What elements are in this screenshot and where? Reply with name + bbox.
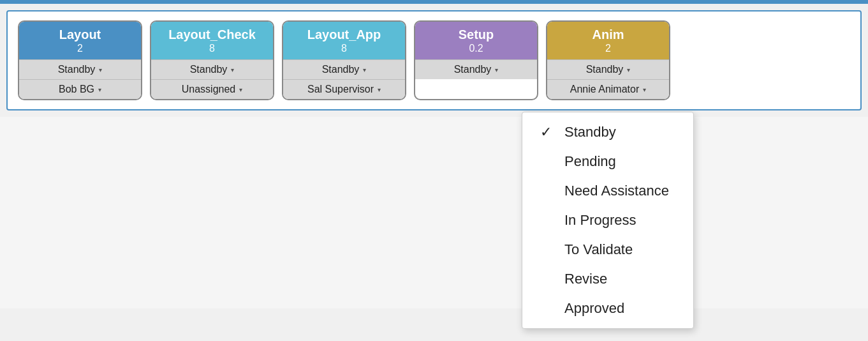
card-layout-assignee-arrow: ▾ — [98, 86, 101, 93]
card-setup-number: 0.2 — [422, 42, 531, 54]
card-layout-assignee[interactable]: Bob BG ▾ — [19, 79, 141, 99]
dropdown-item-revise[interactable]: Revise — [522, 264, 693, 294]
card-layout-check: Layout_Check 8 Standby ▾ Unassigned ▾ — [150, 20, 274, 100]
card-layout-check-header: Layout_Check 8 — [151, 22, 273, 59]
card-layout-app: Layout_App 8 Standby ▾ Sal Supervisor ▾ — [282, 20, 406, 100]
card-layout-check-status[interactable]: Standby ▾ — [151, 59, 273, 79]
card-layout-status-arrow: ▾ — [99, 66, 102, 73]
card-layout-status-label: Standby — [58, 64, 96, 75]
card-layout: Layout 2 Standby ▾ Bob BG ▾ — [18, 20, 142, 100]
card-layout-header: Layout 2 — [19, 22, 141, 59]
dropdown-item-pending[interactable]: Pending — [522, 147, 693, 176]
card-layout-app-assignee[interactable]: Sal Supervisor ▾ — [283, 79, 405, 99]
card-layout-assignee-label: Bob BG — [59, 84, 94, 95]
card-anim-number: 2 — [554, 42, 663, 54]
checkmark-icon: ✓ — [540, 124, 558, 140]
card-layout-check-number: 8 — [158, 42, 267, 54]
card-anim-title: Anim — [554, 27, 663, 42]
dropdown-item-label: Approved — [564, 300, 624, 317]
card-anim-status[interactable]: Standby ▾ — [547, 59, 669, 79]
card-anim-header: Anim 2 — [547, 22, 669, 59]
card-layout-app-header: Layout_App 8 — [283, 22, 405, 59]
card-layout-app-title: Layout_App — [290, 27, 399, 42]
dropdown-item-label: Pending — [564, 153, 616, 170]
card-anim-status-label: Standby — [586, 64, 624, 75]
card-anim-assignee-label: Annie Animator — [570, 84, 640, 95]
dropdown-item-approved[interactable]: Approved — [522, 294, 693, 323]
dropdown-item-in-progress[interactable]: In Progress — [522, 206, 693, 235]
dropdown-item-need-assistance[interactable]: Need Assistance — [522, 176, 693, 206]
card-layout-check-assignee[interactable]: Unassigned ▾ — [151, 79, 273, 99]
card-layout-status[interactable]: Standby ▾ — [19, 59, 141, 79]
card-setup-title: Setup — [422, 27, 531, 42]
dropdown-item-standby[interactable]: ✓Standby — [522, 117, 693, 147]
card-setup-status-label: Standby — [454, 64, 492, 75]
card-layout-app-status-arrow: ▾ — [363, 66, 366, 73]
card-anim-status-arrow: ▾ — [627, 66, 630, 73]
card-layout-app-number: 8 — [290, 42, 399, 54]
card-layout-app-status[interactable]: Standby ▾ — [283, 59, 405, 79]
card-layout-app-assignee-label: Sal Supervisor — [307, 84, 374, 95]
card-setup-header: Setup 0.2 — [415, 22, 537, 59]
lower-area — [0, 117, 868, 308]
card-layout-app-assignee-arrow: ▾ — [378, 86, 381, 93]
card-layout-check-assignee-arrow: ▾ — [239, 86, 242, 93]
dropdown-item-label: Need Assistance — [564, 183, 669, 199]
card-setup: Setup 0.2 Standby ▾ — [414, 20, 538, 100]
card-anim-assignee-arrow: ▾ — [643, 86, 646, 93]
card-layout-number: 2 — [26, 42, 135, 54]
cards-container: Layout 2 Standby ▾ Bob BG ▾ Layout_Check… — [6, 10, 862, 110]
card-layout-check-assignee-label: Unassigned — [182, 84, 236, 95]
status-dropdown-menu: ✓StandbyPendingNeed AssistanceIn Progres… — [522, 112, 694, 329]
top-border — [0, 0, 868, 4]
card-layout-title: Layout — [26, 27, 135, 42]
dropdown-item-to-validate[interactable]: To Validate — [522, 235, 693, 264]
card-layout-check-status-arrow: ▾ — [231, 66, 234, 73]
card-layout-check-status-label: Standby — [190, 64, 228, 75]
card-anim: Anim 2 Standby ▾ Annie Animator ▾ — [546, 20, 670, 100]
dropdown-item-label: In Progress — [564, 212, 636, 229]
dropdown-item-label: Standby — [564, 124, 616, 140]
dropdown-item-label: Revise — [564, 271, 607, 287]
card-anim-assignee[interactable]: Annie Animator ▾ — [547, 79, 669, 99]
card-layout-app-status-label: Standby — [322, 64, 360, 75]
dropdown-item-label: To Validate — [564, 241, 633, 258]
card-setup-status[interactable]: Standby ▾ — [415, 59, 537, 79]
card-layout-check-title: Layout_Check — [158, 27, 267, 42]
card-setup-status-arrow: ▾ — [495, 66, 498, 73]
